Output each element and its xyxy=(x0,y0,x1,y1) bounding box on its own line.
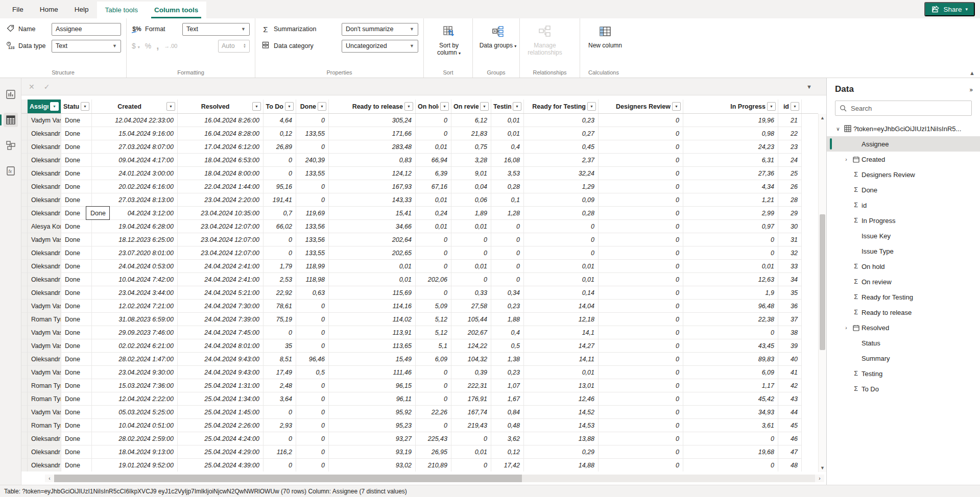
cell-on-hold[interactable]: 5,09 xyxy=(416,300,451,313)
cell-on-hold[interactable]: 22,26 xyxy=(416,406,451,419)
cell-on-review[interactable]: 0 xyxy=(451,273,491,286)
cell-done[interactable]: 118,99 xyxy=(296,260,329,273)
cell-on-hold[interactable]: 5,12 xyxy=(416,313,451,326)
cell-created[interactable]: 10.04.2024 0:51:00 xyxy=(92,419,178,432)
cell-ready-for-testing[interactable]: 13,01 xyxy=(524,379,599,392)
field-item-on-review[interactable]: ΣOn review xyxy=(827,274,980,289)
cell-assignee[interactable]: Roman Tym xyxy=(28,419,61,432)
cell-done[interactable]: 0 xyxy=(296,300,329,313)
cell-on-hold[interactable]: 6,39 xyxy=(416,167,451,180)
cell-on-review[interactable]: 0,06 xyxy=(451,193,491,207)
cell-resolved[interactable]: 23.04.2024 12:07:00 xyxy=(178,233,264,246)
cell-on-review[interactable]: 1,89 xyxy=(451,207,491,220)
field-item-resolved[interactable]: ›Resolved xyxy=(827,320,980,335)
cell-done[interactable]: 133,55 xyxy=(296,246,329,260)
cell-on-review[interactable]: 21,83 xyxy=(451,127,491,140)
cell-assignee[interactable]: Roman Tym xyxy=(28,379,61,392)
column-header-created[interactable]: Created▼ xyxy=(92,100,178,113)
cell-designers-review[interactable]: 0 xyxy=(599,353,683,366)
cell-ready-to-release[interactable]: 114,16 xyxy=(329,300,416,313)
cell-in-progress[interactable]: 89,83 xyxy=(683,353,778,366)
cell-assignee[interactable]: Vadym Vasy xyxy=(28,114,61,127)
cell-status[interactable]: Done xyxy=(61,233,92,246)
manage-relationships-button[interactable]: Manage relationships xyxy=(525,22,565,56)
cell-created[interactable]: 18.12.2023 6:25:00 xyxy=(92,233,178,246)
cell-on-hold[interactable]: 0 xyxy=(416,114,451,127)
cell-status[interactable]: Done xyxy=(61,432,92,445)
field-item-ready-to-release[interactable]: ΣReady to release xyxy=(827,305,980,320)
cell-designers-review[interactable]: 0 xyxy=(599,379,683,392)
field-item-assignee[interactable]: Assignee xyxy=(827,136,980,152)
cell-ready-for-testing[interactable]: 0 xyxy=(524,246,599,260)
cell-id[interactable]: 38 xyxy=(778,326,802,339)
field-item-done[interactable]: ΣDone xyxy=(827,182,980,197)
cell-testing[interactable]: 0,23 xyxy=(491,300,524,313)
selected-cell-overlay[interactable]: Done xyxy=(86,206,110,220)
cell-on-review[interactable]: 27,58 xyxy=(451,300,491,313)
cell-on-review[interactable]: 176,91 xyxy=(451,392,491,406)
cell-on-review[interactable]: 0,75 xyxy=(451,140,491,154)
cell-on-review[interactable]: 124,22 xyxy=(451,339,491,353)
cell-to-do[interactable]: 191,41 xyxy=(264,193,296,207)
cell-testing[interactable]: 0 xyxy=(491,233,524,246)
cell-status[interactable]: Done xyxy=(61,286,92,300)
filter-dropdown-icon[interactable]: ▼ xyxy=(440,102,449,111)
column-header-in-progress[interactable]: In Progress▼ xyxy=(683,100,778,113)
filter-dropdown-icon[interactable]: ▼ xyxy=(587,102,596,111)
filter-dropdown-icon[interactable]: ▼ xyxy=(404,102,413,111)
currency-icon[interactable]: $ ▾ xyxy=(132,42,140,50)
cell-designers-review[interactable]: 0 xyxy=(599,193,683,207)
cell-id[interactable]: 28 xyxy=(778,193,802,207)
field-item-created[interactable]: ›Created xyxy=(827,152,980,167)
filter-dropdown-icon[interactable]: ▼ xyxy=(252,102,261,111)
cell-designers-review[interactable]: 0 xyxy=(599,207,683,220)
cell-designers-review[interactable]: 0 xyxy=(599,220,683,233)
tab-column-tools[interactable]: Column tools xyxy=(146,2,206,18)
cell-status[interactable]: Done xyxy=(61,379,92,392)
cell-ready-for-testing[interactable]: 14,88 xyxy=(524,459,599,471)
cell-id[interactable]: 36 xyxy=(778,300,802,313)
cell-on-hold[interactable]: 6,09 xyxy=(416,353,451,366)
cell-created[interactable]: 05.03.2024 5:25:00 xyxy=(92,406,178,419)
cell-to-do[interactable]: 1,79 xyxy=(264,260,296,273)
cell-resolved[interactable]: 23.04.2024 2:20:00 xyxy=(178,193,264,207)
cell-created[interactable]: 24.04.2024 0:53:00 xyxy=(92,260,178,273)
cell-resolved[interactable]: 24.04.2024 7:39:00 xyxy=(178,313,264,326)
chevron-right-icon[interactable]: › xyxy=(842,325,850,331)
filter-dropdown-icon[interactable]: ▼ xyxy=(318,102,326,111)
cell-in-progress[interactable]: 0 xyxy=(683,459,778,471)
cell-resolved[interactable]: 16.04.2024 8:26:00 xyxy=(178,114,264,127)
cell-status[interactable]: Done xyxy=(61,406,92,419)
cell-created[interactable]: 28.02.2024 2:59:00 xyxy=(92,432,178,445)
cell-on-review[interactable]: 0,04 xyxy=(451,180,491,193)
cell-assignee[interactable]: Vadym Vasy xyxy=(28,326,61,339)
filter-dropdown-icon[interactable]: ▼ xyxy=(50,102,59,111)
cell-status[interactable]: Done xyxy=(61,140,92,154)
format-select[interactable]: Text▼ xyxy=(182,23,250,36)
cell-ready-to-release[interactable]: 0,83 xyxy=(329,154,416,167)
cell-id[interactable]: 42 xyxy=(778,379,802,392)
cell-id[interactable]: 46 xyxy=(778,432,802,445)
cell-on-hold[interactable]: 5,1 xyxy=(416,339,451,353)
field-item-id[interactable]: Σid xyxy=(827,197,980,213)
cell-designers-review[interactable]: 0 xyxy=(599,406,683,419)
cell-ready-to-release[interactable]: 0,01 xyxy=(329,273,416,286)
cell-to-do[interactable]: 0 xyxy=(264,459,296,471)
cell-ready-to-release[interactable]: 96,15 xyxy=(329,379,416,392)
cell-resolved[interactable]: 24.04.2024 7:30:00 xyxy=(178,300,264,313)
cell-to-do[interactable]: 17,49 xyxy=(264,366,296,379)
column-name-input[interactable]: Assignee xyxy=(52,23,121,36)
cell-designers-review[interactable]: 0 xyxy=(599,246,683,260)
cell-to-do[interactable]: 2,48 xyxy=(264,379,296,392)
cell-assignee[interactable]: Vadym Vasy xyxy=(28,406,61,419)
cell-on-hold[interactable]: 0,01 xyxy=(416,220,451,233)
cell-done[interactable]: 0 xyxy=(296,339,329,353)
cell-done[interactable]: 133,55 xyxy=(296,127,329,140)
horizontal-scrollbar-thumb[interactable] xyxy=(54,475,522,482)
cell-resolved[interactable]: 16.04.2024 8:28:00 xyxy=(178,127,264,140)
data-type-select[interactable]: Text▼ xyxy=(52,40,121,53)
cell-assignee[interactable]: Roman Tym xyxy=(28,313,61,326)
cell-ready-for-testing[interactable]: 0,28 xyxy=(524,207,599,220)
cell-designers-review[interactable]: 0 xyxy=(599,127,683,140)
cell-testing[interactable]: 0 xyxy=(491,220,524,233)
